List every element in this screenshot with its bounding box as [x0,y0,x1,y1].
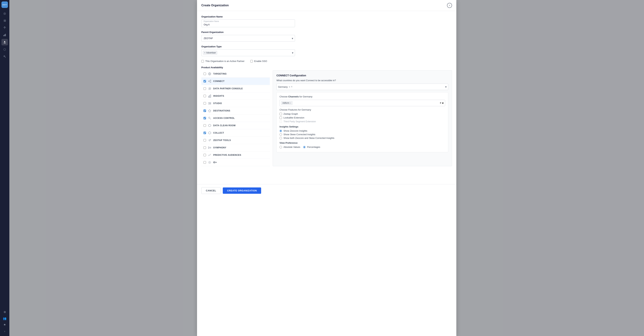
svg-point-17 [209,88,210,89]
product-item-dcr[interactable]: DATA CLEAN ROOM [201,122,270,129]
zeocore-radio[interactable] [280,130,282,132]
destinations-checkbox[interactable] [204,110,206,112]
product-item-connect[interactable]: CONNECT [201,78,270,85]
org-type-tag-x[interactable]: × [204,52,206,54]
insights-icon [3,34,6,36]
org-type-tag-select[interactable]: × Advertiser ▾ [201,49,295,56]
studio-icon [208,102,212,105]
org-name-section: Organization Name Organization Name [201,15,452,27]
sidebar-item-expand[interactable]: › [2,328,8,334]
svg-marker-27 [208,132,211,134]
product-item-dpc[interactable]: DATA PARTNER CONSOLE [201,85,270,92]
percentages-label[interactable]: Percentages [307,146,320,148]
dpc-label: DATA PARTNER CONSOLE [213,87,243,90]
both-insights-radio[interactable] [280,137,282,139]
product-item-insights[interactable]: INSIGHTS [201,92,270,100]
product-list: TARGETING CONNECT [201,70,270,166]
product-item-targeting[interactable]: TARGETING [201,70,270,78]
sidebar-item-users[interactable]: 👥 [2,315,8,322]
dpc-checkbox[interactable] [204,87,206,90]
product-item-studio[interactable]: STUDIO [201,100,270,107]
sidebar-item-home[interactable]: ◎ [2,10,8,16]
svg-rect-30 [210,147,211,148]
parent-org-select[interactable]: ZEOTAP [201,35,295,42]
dcr-label: DATA CLEAN ROOM [213,124,236,127]
studio-checkbox[interactable] [204,102,206,104]
sidebar-item-audiences[interactable] [2,39,8,46]
absolute-values-label[interactable]: Absolute Values [284,146,300,148]
access-control-checkbox[interactable] [204,117,206,120]
product-availability-label: Product Availability [201,66,452,69]
targeting-checkbox[interactable] [204,72,206,75]
both-insights-label[interactable]: Show both Zeocore and Skew Corrected Ins… [284,137,334,139]
svg-line-26 [210,118,211,120]
product-item-collect[interactable]: COLLECT [201,129,270,137]
org-name-label: Organization Name [201,15,452,18]
svg-point-7 [209,73,210,74]
lookalike-checkbox[interactable] [280,116,282,119]
svg-rect-21 [210,95,211,98]
product-item-zeotap-tools[interactable]: ZEOTAP TOOLS [201,137,270,144]
lookalike-label[interactable]: Lookalike Extension [284,116,304,119]
percentages-radio[interactable] [303,146,306,148]
product-item-predictive[interactable]: PREDICTIVE AUDIENCES [201,152,270,159]
zeotap-tools-icon [208,138,212,142]
create-org-button[interactable]: CREATE ORGANIZATION [223,188,261,194]
svg-point-33 [208,161,211,164]
active-partner-label[interactable]: This Organisation is an Active Partner [205,60,244,62]
zeotap-tools-checkbox[interactable] [204,139,206,142]
sidebar-item-tools[interactable] [2,322,8,328]
germany-tag-remove[interactable]: × [289,86,290,88]
org-type-chevron-icon: ▾ [292,51,293,54]
access-control-label: ACCESS CONTROL [213,117,235,120]
cancel-button[interactable]: CANCEL [201,187,220,194]
product-item-idplus[interactable]: ID+ [201,159,270,166]
insights-label: INSIGHTS [213,95,224,97]
sidebar-item-add[interactable]: ⊕ [2,309,8,315]
product-item-access-control[interactable]: ACCESS CONTROL [201,114,270,122]
feature-lookalike: Lookalike Extension [280,116,445,119]
svg-rect-24 [210,104,211,104]
country-select-clear[interactable]: × [291,85,292,88]
enable-sso-label[interactable]: Enable SSO [254,60,267,62]
zeocore-label[interactable]: Show Zeocore Insights [284,130,307,132]
org-type-tag-label: Advertiser [206,52,216,54]
modal-footer: CANCEL CREATE ORGANIZATION [197,184,456,197]
view-absolute: Absolute Values [280,146,300,148]
sidebar-item-grid[interactable]: ⊞ [2,17,8,24]
zeotap-graph-checkbox[interactable] [280,113,282,115]
insights-checkbox[interactable] [204,95,206,97]
org-name-input-wrapper: Organization Name [201,20,295,27]
zeotap-graph-label[interactable]: Zeetap Graph [284,112,298,115]
active-partner-checkbox[interactable] [201,60,204,62]
third-party-label: Third Party Segment Extension [284,120,316,123]
svg-point-4 [4,56,5,57]
symphony-checkbox[interactable] [204,146,206,149]
sidebar-item-insights[interactable] [2,32,8,38]
idplus-label: ID+ [213,161,217,164]
predictive-checkbox[interactable] [204,154,206,156]
sidebar-item-identity[interactable] [2,53,8,60]
close-button[interactable]: × [447,3,452,8]
svg-point-14 [210,82,211,83]
channel-select-clear[interactable]: × [440,102,442,104]
app-logo[interactable]: UNITY [2,2,8,8]
country-select[interactable]: Germany × × ▾ [276,84,448,90]
dcr-checkbox[interactable] [204,124,206,127]
product-item-destinations[interactable]: DESTINATIONS [201,107,270,114]
connect-checkbox[interactable] [204,80,206,82]
germany-tag-label: Germany [278,86,288,88]
adform-tag-remove[interactable]: × [290,102,291,104]
absolute-values-radio[interactable] [280,146,282,148]
idplus-checkbox[interactable] [204,161,206,164]
skew-corrected-label[interactable]: Show Skew Corrected Insights [284,133,315,136]
sidebar-item-collect[interactable]: ⬡ [2,46,8,52]
sidebar-item-connect[interactable] [2,24,8,31]
enable-sso-checkbox[interactable] [250,60,253,62]
product-item-symphony[interactable]: SYMPHONY [201,144,270,152]
features-section: Choose Features for Germany Zeetap Graph… [280,108,445,123]
parent-org-section: Parent Organization ZEOTAP ▾ [201,31,452,42]
channel-select[interactable]: Adform × × ▾ [280,100,445,106]
collect-checkbox[interactable] [204,132,206,134]
skew-corrected-radio[interactable] [280,133,282,136]
